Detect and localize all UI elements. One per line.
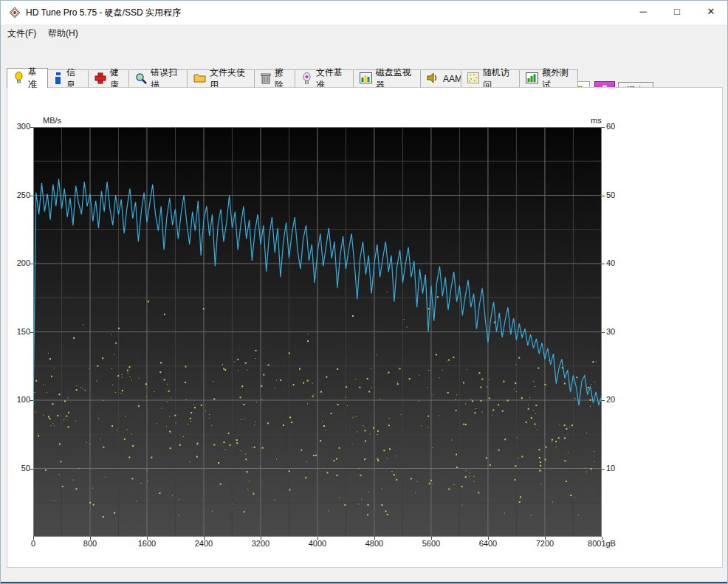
tick-mark bbox=[30, 400, 33, 401]
random-icon bbox=[467, 72, 479, 86]
info-icon bbox=[54, 72, 63, 86]
y-right-tick-label: 10 bbox=[606, 464, 615, 473]
tick-mark bbox=[204, 537, 205, 540]
monitor-icon bbox=[360, 72, 372, 86]
title-bar: HD Tune Pro 5.75 - 硬盘/SSD 实用程序 ─ □ ✕ bbox=[1, 1, 727, 24]
scan-icon bbox=[135, 72, 147, 86]
tab-monitor[interactable]: 磁盘监视器 bbox=[353, 69, 421, 88]
y-left-tick-label: 100 bbox=[7, 395, 30, 404]
y-right-tick-label: 20 bbox=[606, 395, 615, 404]
tick-mark bbox=[374, 537, 375, 540]
hd-tune-window: HD Tune Pro 5.75 - 硬盘/SSD 实用程序 ─ □ ✕ 文件(… bbox=[0, 0, 728, 584]
y-right-tick-label: 60 bbox=[606, 122, 615, 131]
x-tick-label: 800 bbox=[68, 539, 112, 548]
aam-icon bbox=[427, 72, 439, 86]
benchmark-chart bbox=[33, 127, 602, 537]
tab-folder[interactable]: 文件夹使用 bbox=[187, 69, 255, 88]
y-left-tick-label: 50 bbox=[7, 464, 30, 473]
tick-mark bbox=[602, 127, 605, 128]
menu-help[interactable]: 帮助(H) bbox=[44, 26, 83, 41]
tab-bar: 基准信息健康错误扫描文件夹使用擦除文件基准磁盘监视器AAM随机访问额外测试 bbox=[1, 68, 727, 88]
tick-mark bbox=[147, 537, 148, 540]
tick-mark bbox=[90, 537, 91, 540]
x-tick-label: 6400 bbox=[466, 539, 510, 548]
x-tick-label: 4800 bbox=[352, 539, 396, 548]
filebench-icon bbox=[301, 72, 312, 86]
tab-lamp[interactable]: 基准 bbox=[7, 68, 48, 88]
tab-scan[interactable]: 错误扫描 bbox=[128, 69, 188, 88]
toolbar: LaCie Rugged Shuttle (8001 gB) ∨ 24癈 退出 bbox=[1, 40, 727, 69]
tab-label: AAM bbox=[443, 74, 462, 84]
window-bottom-strip bbox=[1, 568, 727, 582]
y-right-tick-label: 30 bbox=[606, 327, 615, 336]
y-right-unit: ms bbox=[591, 116, 602, 125]
extra-icon bbox=[526, 72, 538, 86]
y-left-unit: MB/s bbox=[43, 116, 61, 125]
y-left-tick-label: 200 bbox=[7, 258, 30, 267]
minimize-button[interactable]: ─ bbox=[626, 1, 660, 24]
tab-health[interactable]: 健康 bbox=[88, 69, 129, 88]
menu-bar: 文件(F) 帮助(H) bbox=[1, 24, 727, 40]
y-left-tick-label: 300 bbox=[7, 122, 30, 131]
tick-mark bbox=[602, 332, 605, 333]
tick-mark bbox=[602, 196, 605, 196]
tab-filebench[interactable]: 文件基准 bbox=[295, 69, 354, 88]
tick-mark bbox=[602, 264, 605, 264]
tab-info[interactable]: 信息 bbox=[47, 69, 89, 88]
x-tick-label: 0 bbox=[11, 539, 55, 548]
tick-mark bbox=[602, 537, 602, 540]
tick-mark bbox=[33, 537, 34, 540]
lamp-icon bbox=[13, 72, 24, 86]
tab-erase[interactable]: 擦除 bbox=[254, 69, 295, 88]
x-tick-label: 4000 bbox=[295, 539, 340, 548]
tick-mark bbox=[602, 400, 605, 401]
tab-aam[interactable]: AAM bbox=[420, 69, 461, 88]
y-right-tick-label: 50 bbox=[606, 190, 615, 199]
y-right-tick-label: 40 bbox=[606, 258, 615, 267]
maximize-button[interactable]: □ bbox=[660, 1, 694, 24]
tab-extra[interactable]: 额外测试 bbox=[519, 69, 578, 88]
y-left-tick-label: 250 bbox=[7, 190, 30, 199]
tick-mark bbox=[30, 469, 33, 470]
erase-icon bbox=[261, 72, 271, 86]
menu-file[interactable]: 文件(F) bbox=[3, 26, 41, 41]
tick-mark bbox=[317, 537, 318, 540]
tick-mark bbox=[30, 332, 33, 333]
x-tick-label: 8001gB bbox=[580, 539, 624, 548]
health-icon bbox=[95, 72, 106, 86]
folder-icon bbox=[193, 72, 206, 86]
tab-label: 基准 bbox=[28, 66, 41, 91]
tick-mark bbox=[488, 537, 489, 540]
tick-mark bbox=[261, 537, 261, 540]
tick-mark bbox=[431, 537, 432, 540]
x-tick-label: 7200 bbox=[523, 539, 567, 548]
tick-mark bbox=[545, 537, 546, 540]
x-tick-label: 1600 bbox=[125, 539, 169, 548]
tick-mark bbox=[30, 196, 33, 196]
x-tick-label: 5600 bbox=[409, 539, 453, 548]
tab-random[interactable]: 随机访问 bbox=[461, 69, 520, 88]
y-left-tick-label: 150 bbox=[7, 327, 30, 336]
tick-mark bbox=[30, 127, 33, 128]
app-icon bbox=[9, 7, 21, 18]
window-title: HD Tune Pro 5.75 - 硬盘/SSD 实用程序 bbox=[26, 7, 181, 19]
x-tick-label: 3200 bbox=[238, 539, 283, 548]
x-tick-label: 2400 bbox=[182, 539, 226, 548]
tick-mark bbox=[30, 264, 33, 264]
tick-mark bbox=[602, 469, 605, 470]
close-button[interactable]: ✕ bbox=[694, 1, 728, 24]
